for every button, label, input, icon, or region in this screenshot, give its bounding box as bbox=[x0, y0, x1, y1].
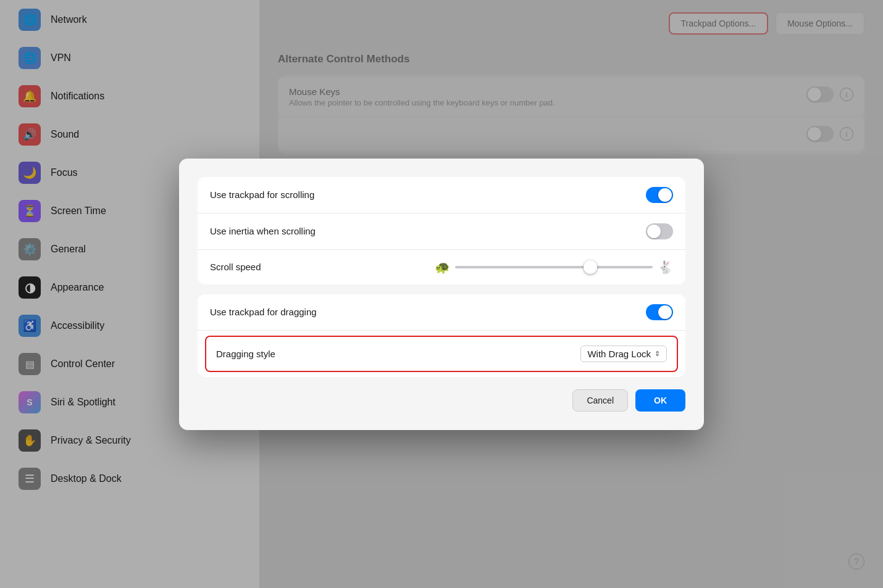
scroll-speed-label: Scroll speed bbox=[210, 262, 435, 272]
scroll-speed-slider-container: 🐢 🐇 bbox=[435, 260, 673, 275]
cancel-button[interactable]: Cancel bbox=[572, 389, 628, 412]
dragging-style-row: Dragging style With Drag Lock ⇕ bbox=[205, 336, 678, 372]
use-inertia-scrolling-label: Use inertia when scrolling bbox=[210, 226, 646, 236]
use-trackpad-scrolling-toggle[interactable] bbox=[646, 187, 673, 203]
use-trackpad-scrolling-control bbox=[646, 187, 673, 203]
use-inertia-scrolling-control bbox=[646, 223, 673, 239]
use-trackpad-dragging-control bbox=[646, 304, 673, 320]
use-inertia-scrolling-row: Use inertia when scrolling bbox=[198, 213, 685, 250]
use-inertia-scrolling-knob bbox=[647, 225, 661, 238]
use-trackpad-scrolling-label: Use trackpad for scrolling bbox=[210, 189, 646, 200]
ok-button[interactable]: OK bbox=[635, 389, 685, 412]
use-trackpad-dragging-row: Use trackpad for dragging bbox=[198, 294, 685, 331]
dragging-style-control: With Drag Lock ⇕ bbox=[580, 346, 667, 362]
scroll-speed-slider-thumb[interactable] bbox=[584, 260, 597, 274]
dropdown-arrows-icon: ⇕ bbox=[655, 350, 660, 358]
dragging-style-value: With Drag Lock bbox=[587, 349, 651, 359]
scroll-speed-row: Scroll speed 🐢 🐇 bbox=[198, 250, 685, 284]
use-trackpad-dragging-knob bbox=[658, 305, 672, 319]
modal-backdrop: Use trackpad for scrolling Use inertia w… bbox=[0, 0, 883, 588]
dragging-style-dropdown[interactable]: With Drag Lock ⇕ bbox=[580, 346, 667, 362]
slider-slow-icon: 🐢 bbox=[435, 260, 450, 275]
use-inertia-scrolling-toggle[interactable] bbox=[646, 223, 673, 239]
trackpad-options-modal: Use trackpad for scrolling Use inertia w… bbox=[179, 159, 704, 430]
modal-footer: Cancel OK bbox=[198, 389, 685, 412]
dragging-section: Use trackpad for dragging Dragging style… bbox=[198, 294, 685, 377]
use-trackpad-scrolling-row: Use trackpad for scrolling bbox=[198, 177, 685, 213]
scrolling-section: Use trackpad for scrolling Use inertia w… bbox=[198, 177, 685, 284]
scroll-speed-control: 🐢 🐇 bbox=[435, 260, 673, 275]
use-trackpad-scrolling-knob bbox=[658, 188, 672, 202]
use-trackpad-dragging-toggle[interactable] bbox=[646, 304, 673, 320]
use-trackpad-dragging-label: Use trackpad for dragging bbox=[210, 307, 646, 317]
slider-fast-icon: 🐇 bbox=[658, 260, 673, 275]
dragging-style-label: Dragging style bbox=[216, 349, 580, 359]
scroll-speed-slider-track[interactable] bbox=[455, 266, 653, 268]
